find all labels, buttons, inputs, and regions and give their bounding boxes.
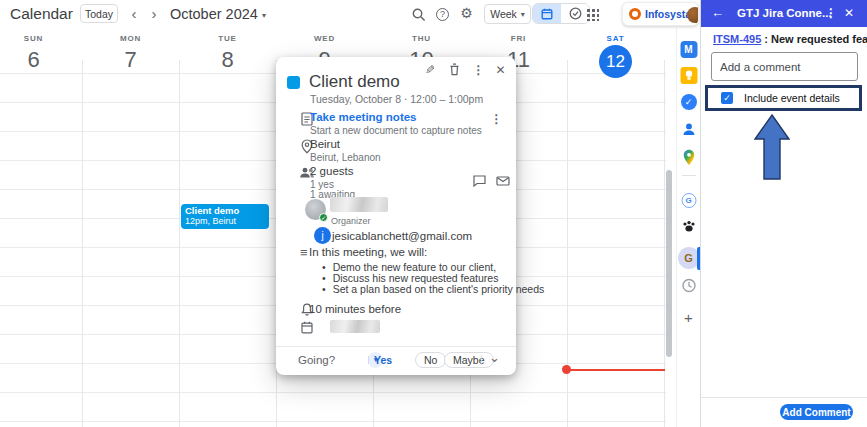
day-number[interactable]: 6 bbox=[0, 47, 82, 73]
dots-glyph: ⋮ bbox=[473, 63, 485, 77]
next-period-button[interactable]: › bbox=[146, 0, 162, 27]
month-label: October 2024 bbox=[170, 6, 258, 22]
dots-glyph: ⋮ bbox=[491, 112, 503, 126]
prev-period-button[interactable]: ‹ bbox=[126, 0, 142, 27]
paw-addon-icon[interactable] bbox=[682, 220, 696, 233]
pencil-glyph: ✎ bbox=[425, 63, 435, 77]
annotation-arrow-up bbox=[753, 114, 791, 184]
day-abbr: SAT bbox=[567, 34, 664, 43]
more-options-icon[interactable]: ⋮ bbox=[470, 61, 487, 78]
calendar-view-toggle[interactable] bbox=[533, 4, 561, 23]
rsvp-maybe-button[interactable]: Maybe bbox=[444, 352, 494, 368]
guest-avatar: j bbox=[314, 227, 331, 244]
accepted-check-badge: ✓ bbox=[319, 213, 328, 222]
take-meeting-notes-link[interactable]: Take meeting notes bbox=[310, 111, 417, 123]
gear-glyph: ⚙ bbox=[460, 6, 473, 21]
google-calendar-app: Calendar Today ‹ › October 2024▾ ? ⚙ Wee… bbox=[0, 0, 867, 427]
infosysta-logo-icon bbox=[629, 8, 641, 20]
day-number[interactable]: 8 bbox=[179, 47, 276, 73]
bullet-text: Set a plan based on the client's priorit… bbox=[333, 283, 545, 295]
settings-gear-icon[interactable]: ⚙ bbox=[459, 6, 474, 21]
tasks-icon[interactable]: ✓ bbox=[681, 94, 697, 110]
notes-subtitle: Start a new document to capture notes bbox=[310, 125, 482, 136]
description-intro: In this meeting, we will: bbox=[309, 246, 427, 258]
delete-event-icon[interactable] bbox=[446, 61, 463, 78]
day-abbr: WED bbox=[276, 34, 373, 43]
guest-email: jesicablanchett@gmail.com bbox=[332, 230, 472, 242]
help-icon[interactable]: ? bbox=[435, 7, 450, 22]
gtj-jira-connector-panel: ← GTJ Jira Conne... ⋮ ✕ ITSM-495: New re… bbox=[700, 0, 867, 427]
maps-icon[interactable] bbox=[682, 149, 695, 166]
app-title: Calendar bbox=[10, 0, 73, 28]
day-abbr: FRI bbox=[470, 34, 567, 43]
today-button[interactable]: Today bbox=[80, 4, 118, 23]
m-app-icon[interactable]: M bbox=[680, 41, 697, 58]
panel-title: GTJ Jira Conne... bbox=[737, 7, 832, 19]
rsvp-yes-button[interactable]: Yes▾ bbox=[368, 352, 383, 368]
close-popup-icon[interactable]: ✕ bbox=[492, 61, 509, 78]
avatar[interactable] bbox=[687, 7, 699, 23]
chat-icon[interactable] bbox=[471, 172, 488, 189]
event-title: Client demo bbox=[309, 72, 400, 92]
divider: | bbox=[480, 353, 483, 365]
account-brand-chip[interactable]: Infosysta bbox=[622, 2, 699, 26]
contacts-icon[interactable] bbox=[682, 122, 696, 136]
panel-close-icon[interactable]: ✕ bbox=[844, 6, 854, 20]
day-header-mon: MON 7 bbox=[82, 34, 179, 73]
popup-divider bbox=[276, 346, 516, 347]
include-event-details-checkbox[interactable]: ✓ bbox=[721, 92, 733, 104]
view-dropdown[interactable]: Week▾ bbox=[484, 4, 531, 24]
brand-name: Infosysta bbox=[645, 8, 691, 20]
day-abbr: THU bbox=[373, 34, 470, 43]
month-selector[interactable]: October 2024▾ bbox=[170, 0, 266, 30]
calendar-scrollbar[interactable] bbox=[666, 170, 672, 357]
chevron-down-icon[interactable]: ⌄ bbox=[489, 350, 500, 365]
day-number[interactable]: 7 bbox=[82, 47, 179, 73]
email-icon[interactable] bbox=[494, 172, 511, 189]
caret-down-icon: ▾ bbox=[521, 10, 525, 19]
bullet-glyph: • bbox=[322, 283, 326, 295]
column-divider bbox=[664, 60, 665, 427]
annotation-highlight-box: ✓ Include event details bbox=[705, 85, 862, 111]
jira-issue-link[interactable]: ITSM-495 bbox=[713, 33, 761, 45]
panel-footer-divider bbox=[701, 397, 867, 398]
calendar-owner-redacted bbox=[330, 320, 380, 333]
back-arrow-icon[interactable]: ← bbox=[711, 5, 724, 20]
day-header-tue: TUE 8 bbox=[179, 34, 276, 73]
description-bullet: •Set a plan based on the client's priori… bbox=[322, 283, 333, 295]
event-chip-client-demo[interactable]: Client demo 12pm, Beirut bbox=[181, 204, 269, 229]
search-icon[interactable] bbox=[411, 7, 426, 22]
description-icon: ≡ bbox=[300, 245, 308, 260]
panel-more-icon[interactable]: ⋮ bbox=[825, 6, 837, 20]
calendar-tasks-toggle bbox=[532, 3, 590, 24]
keep-icon[interactable] bbox=[680, 67, 697, 84]
check-circle-icon bbox=[569, 7, 582, 20]
guest-count: 2 guests bbox=[310, 165, 353, 177]
today-date-circle[interactable]: 12 bbox=[599, 45, 632, 78]
event-datetime: Tuesday, October 8 ⋅ 12:00 – 1:00pm bbox=[310, 93, 483, 105]
clock-icon[interactable] bbox=[681, 278, 696, 293]
calendar-icon bbox=[541, 8, 553, 20]
jira-issue-line: ITSM-495: New requested feature bbox=[713, 33, 867, 45]
question-glyph: ? bbox=[436, 8, 449, 21]
g-circle-addon-icon[interactable]: G bbox=[681, 193, 696, 208]
notes-more-icon[interactable]: ⋮ bbox=[488, 110, 505, 127]
checkbox-label[interactable]: Include event details bbox=[744, 92, 840, 104]
day-abbr: SUN bbox=[0, 34, 82, 43]
event-chip-subtitle: 12pm, Beirut bbox=[185, 216, 265, 226]
add-comment-button[interactable]: Add Comment bbox=[780, 404, 853, 420]
comment-input[interactable] bbox=[711, 52, 858, 81]
event-details-popup: ✎ ⋮ ✕ Client demo Tuesday, October 8 ⋅ 1… bbox=[276, 57, 516, 375]
event-chip-title: Client demo bbox=[185, 206, 265, 216]
panel-header: ← GTJ Jira Conne... ⋮ ✕ bbox=[701, 0, 867, 27]
side-panel-strip: M ✓ G G + bbox=[676, 28, 700, 427]
rsvp-no-button[interactable]: No bbox=[415, 352, 446, 368]
organizer-name-redacted bbox=[330, 197, 388, 212]
google-apps-grid-icon[interactable] bbox=[585, 7, 599, 21]
divider bbox=[682, 175, 696, 176]
edit-event-icon[interactable]: ✎ bbox=[422, 61, 439, 78]
day-abbr: MON bbox=[82, 34, 179, 43]
view-dropdown-label: Week bbox=[490, 8, 517, 20]
location-name: Beirut bbox=[310, 138, 340, 150]
get-addons-plus-icon[interactable]: + bbox=[684, 309, 693, 326]
